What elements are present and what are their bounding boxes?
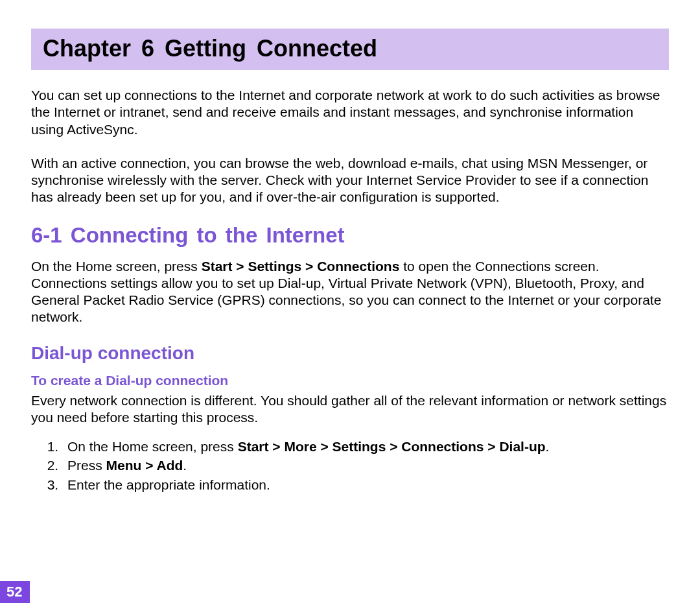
chapter-banner: Chapter 6 Getting Connected [31, 29, 669, 70]
chapter-title: Chapter 6 Getting Connected [43, 35, 377, 62]
section-para-pre: On the Home screen, press [31, 259, 202, 274]
step2-bold: Menu > Add [106, 458, 183, 473]
subsection-heading: Dial-up connection [31, 343, 669, 364]
step-3: Enter the appropriate information. [62, 476, 669, 494]
page-number: 52 [0, 581, 30, 603]
step-1: On the Home screen, press Start > More >… [62, 438, 669, 456]
subsub-paragraph: Every network connection is different. Y… [31, 392, 669, 427]
intro-paragraph-1: You can set up connections to the Intern… [31, 87, 669, 138]
steps-list: On the Home screen, press Start > More >… [31, 438, 669, 494]
step2-pre: Press [67, 458, 106, 473]
subsub-heading: To create a Dial-up connection [31, 373, 669, 388]
section-heading: 6-1 Connecting to the Internet [31, 223, 669, 248]
section-para-bold: Start > Settings > Connections [202, 259, 400, 274]
step2-post: . [183, 458, 187, 473]
section-paragraph: On the Home screen, press Start > Settin… [31, 258, 669, 326]
intro-paragraph-2: With an active connection, you can brows… [31, 155, 669, 206]
step1-pre: On the Home screen, press [67, 439, 238, 454]
step1-post: . [546, 439, 550, 454]
step-2: Press Menu > Add. [62, 456, 669, 475]
step1-bold: Start > More > Settings > Connections > … [238, 439, 546, 454]
